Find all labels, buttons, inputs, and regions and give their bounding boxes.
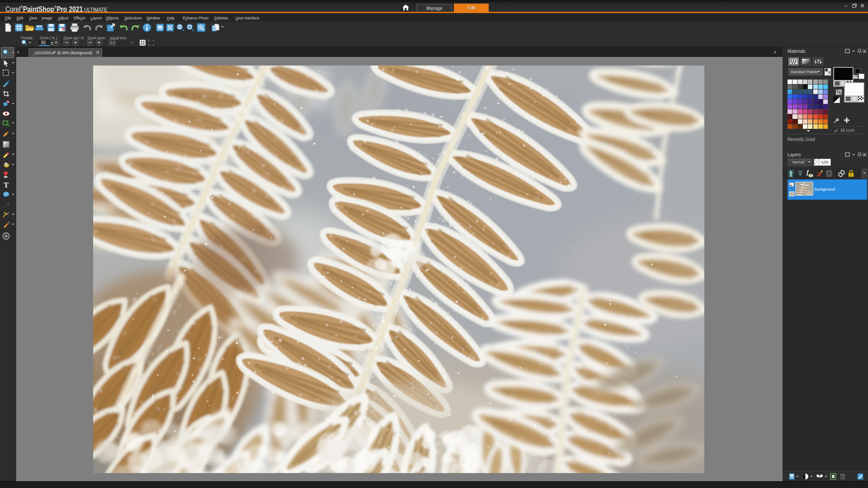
svg-text:T: T: [4, 181, 9, 189]
